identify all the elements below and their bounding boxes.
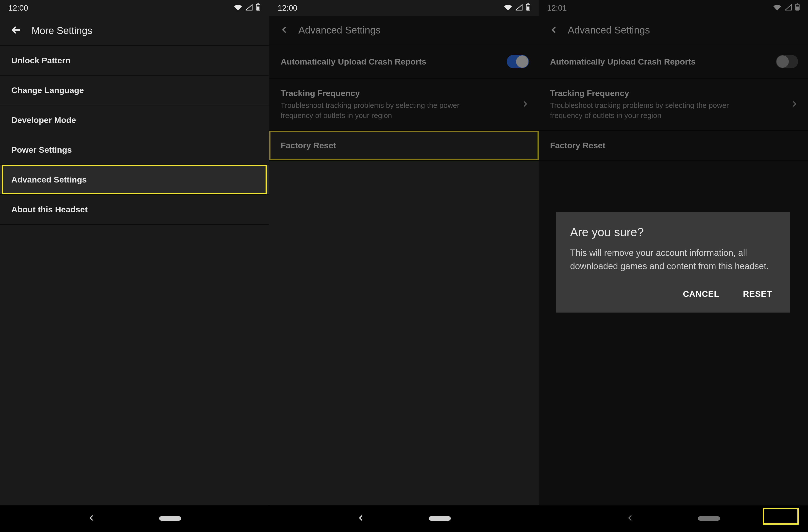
nav-home-pill[interactable] bbox=[159, 516, 181, 521]
nav-back-icon[interactable] bbox=[88, 514, 95, 522]
dialog-overlay[interactable]: Are you sure? This will remove your acco… bbox=[539, 0, 808, 532]
toggle-switch[interactable] bbox=[507, 55, 529, 68]
item-developer-mode[interactable]: Developer Mode bbox=[0, 105, 269, 135]
nav-back-icon[interactable] bbox=[357, 514, 365, 522]
item-tracking-frequency[interactable]: Tracking Frequency Troubleshoot tracking… bbox=[269, 78, 538, 131]
app-header: More Settings bbox=[0, 16, 269, 46]
item-label: About this Headset bbox=[11, 205, 259, 214]
system-nav-bar bbox=[0, 505, 269, 532]
battery-icon bbox=[526, 3, 530, 13]
wifi-icon bbox=[504, 3, 512, 13]
item-label: Automatically Upload Crash Reports bbox=[280, 57, 500, 67]
highlight-box bbox=[763, 508, 798, 525]
reset-button[interactable]: RESET bbox=[738, 285, 776, 303]
dialog-body: This will remove your account informatio… bbox=[570, 246, 776, 273]
status-time: 12:00 bbox=[8, 3, 28, 13]
cancel-button[interactable]: CANCEL bbox=[678, 285, 724, 303]
item-subtitle: Troubleshoot tracking problems by select… bbox=[280, 100, 473, 121]
nav-home-pill[interactable] bbox=[429, 516, 451, 521]
chevron-right-icon bbox=[521, 100, 529, 109]
back-chevron-icon[interactable] bbox=[280, 25, 289, 35]
dialog-title: Are you sure? bbox=[570, 225, 776, 239]
app-header: Advanced Settings bbox=[269, 16, 538, 45]
status-icons bbox=[504, 3, 530, 13]
svg-rect-2 bbox=[257, 7, 260, 10]
svg-rect-5 bbox=[527, 7, 529, 10]
item-change-language[interactable]: Change Language bbox=[0, 76, 269, 105]
item-upload-crash-reports[interactable]: Automatically Upload Crash Reports bbox=[269, 45, 538, 78]
item-advanced-settings[interactable]: Advanced Settings bbox=[0, 165, 269, 195]
dialog-actions: CANCEL RESET bbox=[570, 285, 776, 303]
page-title: More Settings bbox=[32, 25, 92, 36]
screen-factory-reset-dialog: 12:01 Advanced Settings Automatically Up… bbox=[539, 0, 808, 532]
item-label: Change Language bbox=[11, 86, 259, 95]
item-about-headset[interactable]: About this Headset bbox=[0, 195, 269, 225]
status-icons bbox=[234, 3, 260, 13]
screen-advanced-settings: 12:00 Advanced Settings Automatically Up… bbox=[269, 0, 538, 532]
item-label: Power Settings bbox=[11, 145, 259, 155]
item-label: Advanced Settings bbox=[11, 175, 259, 184]
status-bar: 12:00 bbox=[0, 0, 269, 16]
status-time: 12:00 bbox=[278, 3, 297, 13]
item-label: Factory Reset bbox=[280, 141, 529, 150]
item-unlock-pattern[interactable]: Unlock Pattern bbox=[0, 46, 269, 76]
confirm-dialog: Are you sure? This will remove your acco… bbox=[556, 212, 790, 313]
item-label: Developer Mode bbox=[11, 115, 259, 125]
svg-rect-1 bbox=[257, 3, 259, 4]
signal-icon bbox=[516, 3, 522, 13]
item-label: Unlock Pattern bbox=[11, 56, 259, 65]
item-power-settings[interactable]: Power Settings bbox=[0, 135, 269, 165]
page-title: Advanced Settings bbox=[298, 25, 381, 36]
back-arrow-icon[interactable] bbox=[11, 25, 22, 36]
item-factory-reset[interactable]: Factory Reset bbox=[269, 131, 538, 161]
signal-icon bbox=[245, 3, 253, 13]
svg-rect-4 bbox=[528, 3, 529, 4]
system-nav-bar bbox=[269, 505, 538, 532]
status-bar: 12:00 bbox=[269, 0, 538, 16]
item-label: Tracking Frequency bbox=[280, 88, 515, 98]
wifi-icon bbox=[234, 3, 242, 13]
screen-more-settings: 12:00 More Settings Unlock Pattern Chang… bbox=[0, 0, 269, 532]
battery-icon bbox=[256, 3, 260, 13]
